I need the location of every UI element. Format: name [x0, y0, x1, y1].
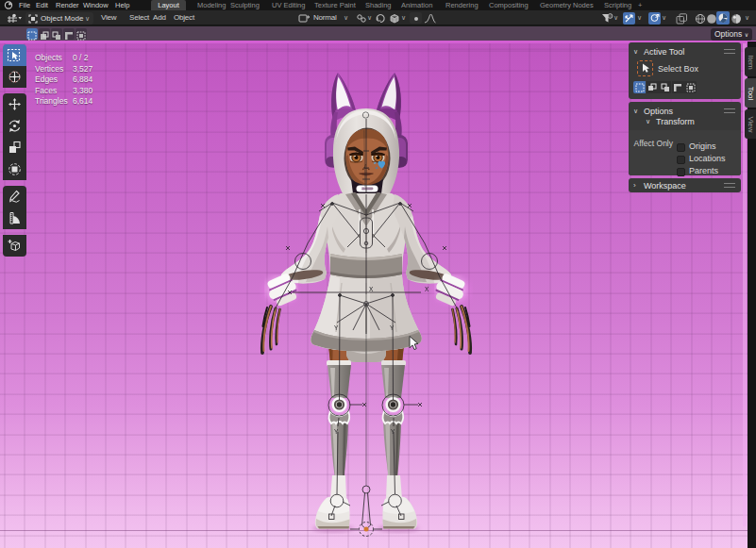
svg-text:X: X [425, 286, 429, 292]
svg-text:Y: Y [391, 428, 395, 435]
svg-text:Y: Y [334, 324, 339, 331]
svg-text:Y: Y [390, 324, 395, 331]
svg-text:Y: Y [334, 428, 339, 435]
svg-text:X: X [369, 286, 374, 292]
